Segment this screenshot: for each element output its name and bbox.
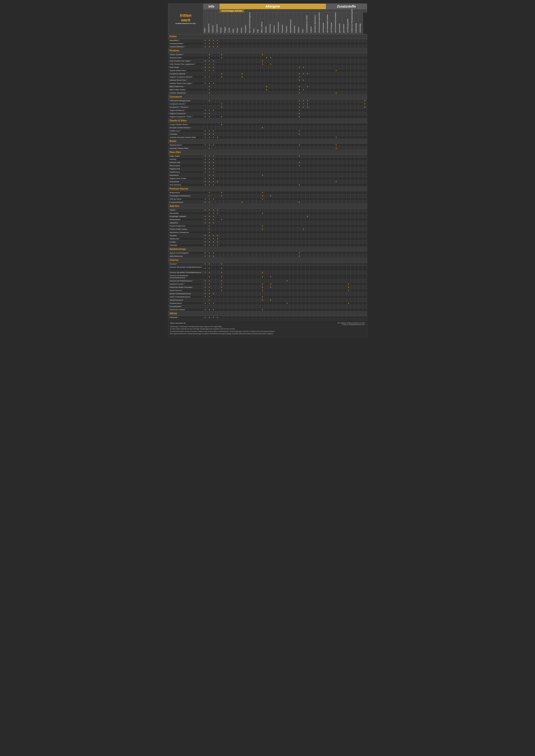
- table-row: Dubai Churros *XXXXX: [168, 289, 367, 292]
- item-name: Avocado Chicken Bowl: [168, 147, 203, 150]
- allergen-mark: X: [209, 113, 210, 115]
- allergen-mark: X: [205, 76, 206, 78]
- allergen-mark: X: [209, 209, 210, 211]
- allergen-mark: X: [209, 76, 210, 78]
- table-row: Chili sin CarneXXXX: [168, 198, 367, 201]
- allergen-mark: X: [205, 165, 206, 167]
- allergen-mark: X: [307, 100, 308, 102]
- allergen-mark: X: [217, 46, 218, 48]
- allergen-mark: X: [262, 192, 263, 194]
- logo-line2: werk: [169, 18, 203, 23]
- item-name: Currywurstsauce: [168, 201, 203, 204]
- allergen-mark: X: [213, 177, 214, 179]
- allergen-mark: X: [213, 69, 214, 71]
- item-name: Churros mit Haselnuss-Schokoladensauce *: [168, 274, 203, 279]
- allergen-mark: X: [213, 165, 214, 167]
- allergen-mark: X: [266, 89, 267, 91]
- allergen-mark: X: [213, 316, 214, 318]
- allergen-mark: X: [299, 66, 300, 68]
- col-weizen: Weizen: [220, 13, 224, 34]
- allergen-mark: X: [241, 201, 243, 203]
- table-row: Avocado Chicken BowlXX: [168, 147, 367, 150]
- allergen-mark: X: [205, 69, 206, 71]
- table-row: Frittierfett *XXXX: [168, 316, 367, 319]
- table-row: Chili Cheese Fries vegan *XXXX: [168, 60, 367, 63]
- allergen-mark: X: [205, 296, 206, 298]
- footer-contact: Bei weiteren Fragen schreibe uns eine E-…: [338, 322, 365, 325]
- allergen-mark: X: [205, 177, 206, 179]
- allergen-mark: X: [209, 234, 210, 237]
- item-name: Istanbul Street Fries vegan *: [168, 82, 203, 85]
- allergen-mark: X: [299, 113, 300, 115]
- item-name: Portion Pulled Turkey: [168, 228, 203, 231]
- table-row: LimetteXXXX: [168, 240, 367, 244]
- allergen-mark: X: [205, 302, 206, 304]
- allergen-mark: X: [209, 133, 210, 135]
- allergen-mark: X: [209, 168, 210, 170]
- allergen-mark: X: [270, 286, 271, 288]
- allergen-mark: X: [307, 103, 308, 105]
- col-sussungsmittel: mit Süßungsmittel: [347, 13, 351, 34]
- table-row: Tomaten-Avocado-Gurken-SalatXXXXX: [168, 136, 367, 139]
- allergen-mark: X: [205, 263, 206, 265]
- item-name: BBQ Pulled Turkey *: [168, 88, 203, 92]
- table-row: Apfel-BalsamicoXXXX: [168, 255, 367, 258]
- allergen-mark: X: [262, 309, 263, 311]
- table-row: Currywurst + Pommes *XXXXX: [168, 106, 367, 109]
- item-name: Pink Persia: [168, 66, 203, 69]
- allergen-mark: X: [205, 136, 206, 138]
- footer: Stand: November 24 Änderungen vorbehalte…: [168, 320, 367, 337]
- allergen-mark: X: [205, 244, 206, 246]
- allergen-mark: X: [205, 63, 206, 65]
- table-row: Portion Pulled PorkXX: [168, 225, 367, 228]
- allergen-mark: X: [299, 201, 300, 203]
- allergen-mark: X: [299, 76, 300, 78]
- item-name: Käsesauce: [168, 174, 203, 177]
- table-row: JalapeñosXXX: [168, 221, 367, 225]
- allergen-mark: X: [205, 309, 206, 311]
- col-farbstoff: mit Farbstoff: [322, 13, 326, 34]
- table-row: Mariniertes SchawarmaX: [168, 231, 367, 234]
- table-row: PistaziensauceXXXXX: [168, 302, 367, 305]
- item-name: Rädieschen: [168, 237, 203, 240]
- table-row: dunkle SchokoladensauceXXX: [168, 292, 367, 295]
- allergen-mark: X: [221, 263, 222, 265]
- allergen-mark: X: [209, 180, 210, 183]
- item-name: Rainbow Bowl *: [168, 144, 203, 147]
- item-name: Basonnaisse: [168, 164, 203, 167]
- table-row: Currywurst einzeln *XXXXX: [168, 102, 367, 106]
- logo-sub: POMMESWERKSTATTER: [169, 23, 203, 24]
- item-name: Dubai Churros *: [168, 289, 203, 292]
- col-lupinen: Lupinen: [310, 13, 314, 34]
- col-senf: Senf: [301, 13, 306, 34]
- allergen-mark: X: [205, 289, 206, 291]
- allergen-mark: X: [205, 60, 206, 62]
- allergen-mark: X: [213, 136, 214, 138]
- allergen-mark: X: [209, 174, 210, 176]
- item-name: Portion Pulled Pork: [168, 225, 203, 228]
- allergen-mark: X: [209, 228, 210, 230]
- allergen-mark: X: [209, 212, 210, 214]
- allergen-mark: X: [209, 244, 210, 246]
- allergen-mark: X: [209, 309, 210, 311]
- col-cashew: Cashewnüsse: [277, 13, 281, 34]
- table-row: Churros mit Pistaziensauce *XXXX: [168, 279, 367, 283]
- table-row: Vegane Sour CreamXXX: [168, 177, 367, 180]
- allergen-mark: X: [205, 133, 206, 135]
- allergen-mark: X: [221, 103, 222, 105]
- allergen-mark: X: [209, 263, 210, 265]
- allergen-mark: X: [266, 86, 267, 88]
- allergen-mark: X: [209, 42, 210, 44]
- allergene-subheader: [244, 9, 326, 13]
- table-row: Chicken Shawarma *XXX: [168, 92, 367, 94]
- allergen-mark: X: [209, 53, 210, 56]
- allergen-mark: X: [213, 168, 214, 170]
- col-erdnusse: Erdnüsse: [293, 13, 297, 34]
- allergen-mark: X: [262, 276, 263, 278]
- allergen-mark: X: [303, 89, 304, 91]
- category-row: Öl/Fett: [168, 311, 367, 316]
- allergen-mark: X: [209, 276, 210, 278]
- allergen-mark: X: [209, 60, 210, 62]
- allergen-mark: X: [209, 155, 210, 157]
- item-name: Apfel-Balsamico: [168, 255, 203, 258]
